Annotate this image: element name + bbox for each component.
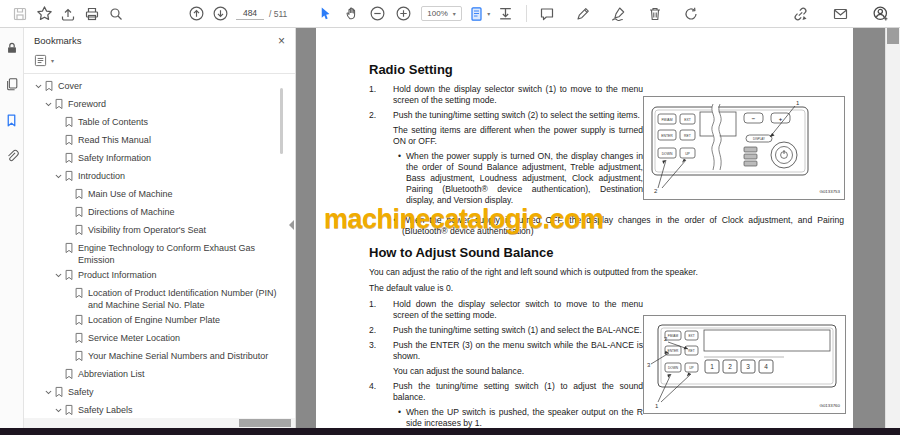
- bookmark-item[interactable]: Service Meter Location: [24, 329, 295, 347]
- bookmark-item[interactable]: Main Use of Machine: [24, 185, 295, 203]
- sidebar-vertical-scrollbar[interactable]: [280, 88, 283, 154]
- bookmarks-panel-icon[interactable]: [2, 110, 22, 130]
- save-button[interactable]: [8, 3, 32, 25]
- chevron-down-icon[interactable]: [32, 80, 44, 91]
- bookmarks-options-bar: ▾: [24, 51, 295, 74]
- svg-text:DOWN: DOWN: [662, 152, 673, 156]
- bookmark-item[interactable]: Abbreviation List: [24, 365, 295, 383]
- bookmark-icon: [64, 152, 78, 167]
- bookmark-item[interactable]: Safety: [24, 383, 295, 401]
- bookmark-icon: [74, 314, 88, 329]
- bookmark-item[interactable]: Safety Labels: [24, 401, 295, 419]
- comment-button[interactable]: [535, 3, 559, 25]
- highlight-pencil-button[interactable]: [571, 3, 595, 25]
- pdf-reader-window: 484 / 511 100% ▾ ▾: [0, 0, 900, 435]
- email-button[interactable]: [828, 3, 852, 25]
- bookmark-label: Safety Labels: [78, 404, 141, 416]
- attachments-panel-icon[interactable]: [2, 146, 22, 166]
- numbered-step: 4.Push the tuning/time setting switch (1…: [369, 381, 643, 428]
- step-number: 3.: [369, 340, 393, 377]
- account-button[interactable]: [868, 3, 892, 25]
- bookmark-item[interactable]: Visibility from Operator's Seat: [24, 221, 295, 239]
- bookmarks-tree: CoverForewordTable of ContentsRead This …: [24, 74, 295, 428]
- bookmark-item[interactable]: Table of Contents: [24, 113, 295, 131]
- document-area: Radio Setting 1.Hold down the display se…: [296, 28, 900, 428]
- step-number: 1.: [369, 84, 393, 106]
- chevron-down-icon[interactable]: [52, 170, 64, 181]
- step-text: Push the ENTER (3) on the menu switch wh…: [393, 340, 643, 362]
- bookmark-item[interactable]: Engine Technology to Conform Exhaust Gas…: [24, 239, 295, 266]
- svg-text:2: 2: [728, 363, 732, 370]
- fit-width-button[interactable]: [494, 3, 518, 25]
- svg-text:3: 3: [647, 362, 651, 368]
- chevron-placeholder: [62, 350, 74, 352]
- step-paragraph: You can adjust the sound balance.: [393, 366, 643, 377]
- share-account-group: [788, 3, 892, 25]
- bookmark-item[interactable]: Your Machine Serial Numbers and Distribu…: [24, 347, 295, 365]
- chevron-placeholder: [52, 152, 64, 154]
- bookmark-item[interactable]: Location of Product Identification Numbe…: [24, 284, 295, 311]
- bullet-text: When the UP switch is pushed, the speake…: [406, 407, 643, 428]
- bookmark-icon: [74, 350, 88, 365]
- page-number-indicator: 484 / 511: [236, 7, 287, 20]
- bookmarks-panel: Bookmarks × ▾ CoverForewordTable of Cont…: [24, 28, 296, 428]
- watermark-text: machinecatalogic.com: [324, 204, 604, 235]
- step-number: 4.: [369, 381, 393, 428]
- chevron-down-icon[interactable]: [52, 404, 64, 415]
- print-button[interactable]: [80, 3, 104, 25]
- bookmark-item[interactable]: Safety Information: [24, 149, 295, 167]
- section-heading: How to Adjust Sound Balance: [369, 245, 845, 260]
- bookmark-item[interactable]: Product Information: [24, 266, 295, 284]
- bookmark-item[interactable]: Introduction: [24, 167, 295, 185]
- scrollbar-thumb[interactable]: [887, 28, 899, 44]
- bookmark-item[interactable]: Location of Engine Number Plate: [24, 311, 295, 329]
- steps-list: 1.Hold down the display selector switch …: [369, 84, 643, 210]
- pages-panel-icon[interactable]: [2, 74, 22, 94]
- zoom-out-button[interactable]: [365, 3, 389, 25]
- search-button[interactable]: [104, 3, 128, 25]
- security-lock-icon[interactable]: [2, 38, 22, 58]
- bookmark-item[interactable]: Read This Manual: [24, 131, 295, 149]
- bookmark-icon: [64, 242, 78, 257]
- previous-page-button[interactable]: [184, 3, 208, 25]
- bookmark-item[interactable]: Directions of Machine: [24, 203, 295, 221]
- chevron-down-icon[interactable]: [42, 386, 54, 397]
- share-link-button[interactable]: [788, 3, 812, 25]
- favorite-star-button[interactable]: [32, 3, 56, 25]
- step-text: Push the tuning/time setting switch (1) …: [393, 325, 643, 336]
- next-page-button[interactable]: [208, 3, 232, 25]
- page-view-mode-button[interactable]: ▾: [468, 3, 492, 25]
- chevron-down-icon: ▾: [453, 10, 456, 17]
- close-icon[interactable]: ×: [278, 36, 285, 46]
- numbered-step: 3.Push the ENTER (3) on the menu switch …: [369, 340, 643, 377]
- section-heading: Radio Setting: [369, 62, 845, 77]
- chevron-down-icon[interactable]: [52, 269, 64, 280]
- zoom-in-button[interactable]: [391, 3, 415, 25]
- toolbar-divider: [526, 5, 527, 22]
- page-number-input[interactable]: 484: [236, 7, 264, 20]
- delete-button[interactable]: [643, 3, 667, 25]
- scrollbar-thumb[interactable]: [239, 419, 291, 427]
- chevron-down-icon[interactable]: [42, 98, 54, 109]
- document-vertical-scrollbar[interactable]: [885, 28, 900, 428]
- bookmark-item[interactable]: Cover: [24, 77, 295, 95]
- svg-text:RET: RET: [684, 134, 691, 138]
- restore-undo-button[interactable]: [679, 3, 703, 25]
- svg-text:RET: RET: [688, 349, 694, 353]
- bookmark-label: Foreword: [68, 98, 114, 110]
- svg-text:4: 4: [764, 363, 768, 370]
- signature-button[interactable]: [607, 3, 631, 25]
- zoom-level-dropdown[interactable]: 100% ▾: [421, 6, 461, 21]
- svg-text:2: 2: [654, 188, 658, 194]
- chevron-placeholder: [52, 242, 64, 244]
- panel-collapse-arrow[interactable]: [289, 220, 294, 230]
- upload-share-button[interactable]: [56, 3, 80, 25]
- select-tool-button[interactable]: [313, 3, 337, 25]
- hand-tool-button[interactable]: [339, 3, 363, 25]
- svg-text:UP: UP: [685, 152, 690, 156]
- figure-1-box: FM/AMEXT ENTERRET DOWNUP: [643, 96, 845, 200]
- bookmark-options-button[interactable]: ▾: [34, 54, 54, 67]
- sidebar-horizontal-scrollbar[interactable]: [24, 418, 295, 428]
- steps-list: 1.Hold down the display selector switch …: [369, 299, 643, 428]
- bookmark-item[interactable]: Foreword: [24, 95, 295, 113]
